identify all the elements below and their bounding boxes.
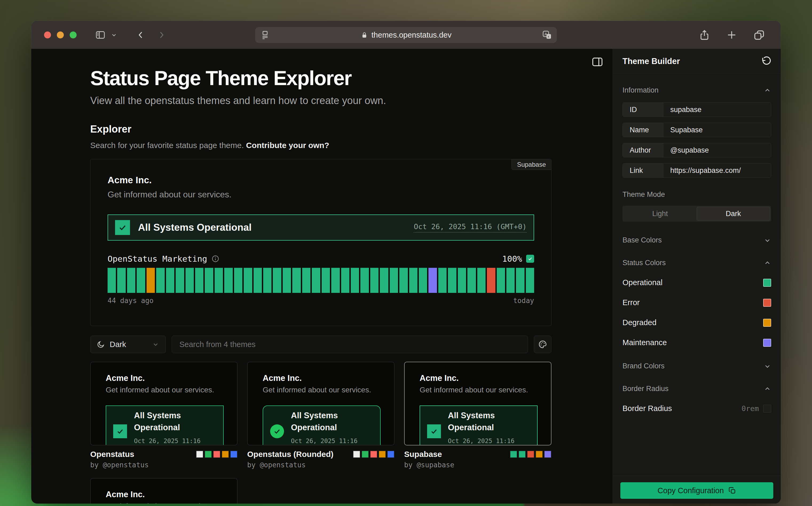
translate-icon[interactable]: A x <box>542 30 552 40</box>
field-value-input[interactable]: https://supabase.com/ <box>663 164 771 177</box>
card-company: Acme Inc. <box>420 373 551 383</box>
theme-search-input[interactable] <box>179 340 520 349</box>
uptime-bar[interactable] <box>390 268 398 293</box>
uptime-bar[interactable] <box>147 268 155 293</box>
contribute-link[interactable]: Contribute your own? <box>246 141 329 150</box>
theme-mode-light[interactable]: Light <box>623 207 697 221</box>
theme-card-openstatus[interactable]: Acme Inc. Get informed about our service… <box>90 362 237 445</box>
uptime-bar[interactable] <box>234 268 242 293</box>
theme-color-swatch <box>361 450 369 458</box>
svg-text:x: x <box>548 35 549 38</box>
theme-name[interactable]: Openstatus (Rounded) <box>247 450 334 459</box>
sidebar-menu-chevron[interactable] <box>111 32 117 38</box>
uptime-bar[interactable] <box>331 268 340 293</box>
uptime-bar[interactable] <box>438 268 447 293</box>
uptime-bar[interactable] <box>195 268 203 293</box>
uptime-bar[interactable] <box>526 268 534 293</box>
field-row-link: Link https://supabase.com/ <box>622 163 771 178</box>
section-brand-colors[interactable]: Brand Colors <box>622 362 771 370</box>
uptime-bar[interactable] <box>273 268 281 293</box>
uptime-bar[interactable] <box>312 268 320 293</box>
section-base-colors[interactable]: Base Colors <box>622 236 771 244</box>
address-bar[interactable]: themes.openstatus.dev A x <box>255 27 557 43</box>
section-label: Information <box>622 86 659 94</box>
uptime-bar[interactable] <box>263 268 272 293</box>
uptime-bar[interactable] <box>341 268 349 293</box>
theme-card-partial[interactable]: Acme Inc. Get informed about our service… <box>90 478 237 504</box>
forward-button[interactable] <box>157 29 166 41</box>
tab-overview-button[interactable] <box>753 29 765 41</box>
reader-view-icon[interactable] <box>260 30 270 40</box>
uptime-bar[interactable] <box>370 268 378 293</box>
uptime-bar[interactable] <box>244 268 252 293</box>
uptime-bar[interactable] <box>253 268 262 293</box>
uptime-bar[interactable] <box>215 268 223 293</box>
uptime-bar[interactable] <box>224 268 232 293</box>
uptime-bar[interactable] <box>467 268 476 293</box>
uptime-bar[interactable] <box>458 268 466 293</box>
uptime-bar[interactable] <box>477 268 486 293</box>
uptime-bar[interactable] <box>428 268 437 293</box>
reset-theme-button[interactable] <box>760 56 771 67</box>
close-window-button[interactable] <box>44 31 51 38</box>
section-border-radius[interactable]: Border Radius <box>622 385 771 393</box>
uptime-bar[interactable] <box>137 268 145 293</box>
uptime-bar[interactable] <box>292 268 301 293</box>
border-radius-input[interactable] <box>763 405 771 413</box>
theme-name[interactable]: Supabase <box>404 450 442 459</box>
uptime-bar[interactable] <box>283 268 291 293</box>
color-picker-swatch[interactable] <box>763 299 771 307</box>
uptime-bar[interactable] <box>156 268 164 293</box>
theme-name[interactable]: Openstatus <box>90 450 134 459</box>
uptime-bar[interactable] <box>117 268 126 293</box>
uptime-bar[interactable] <box>302 268 310 293</box>
copy-configuration-button[interactable]: Copy Configuration <box>620 482 773 499</box>
uptime-bar[interactable] <box>127 268 135 293</box>
theme-mode-select[interactable]: Dark <box>90 336 166 353</box>
info-icon[interactable] <box>211 255 219 263</box>
color-picker-swatch[interactable] <box>763 279 771 287</box>
browser-sidebar-toggle-button[interactable] <box>94 29 106 40</box>
theme-card-openstatus-rounded[interactable]: Acme Inc. Get informed about our service… <box>247 362 394 445</box>
minimize-window-button[interactable] <box>57 31 64 38</box>
uptime-bar[interactable] <box>351 268 359 293</box>
field-value-input[interactable]: @supabase <box>663 143 771 157</box>
main-content: Status Page Theme Explorer View all the … <box>31 49 613 504</box>
color-picker-swatch[interactable] <box>763 339 771 347</box>
uptime-bar[interactable] <box>487 268 495 293</box>
uptime-bar[interactable] <box>205 268 213 293</box>
new-tab-button[interactable] <box>726 29 738 41</box>
uptime-bar[interactable] <box>186 268 194 293</box>
field-value-input[interactable]: supabase <box>663 103 771 116</box>
uptime-bar[interactable] <box>419 268 427 293</box>
uptime-bar[interactable] <box>322 268 330 293</box>
status-color-maintenance: Maintenance <box>622 338 771 347</box>
theme-builder-panel-toggle[interactable] <box>591 56 603 68</box>
uptime-bar[interactable] <box>516 268 524 293</box>
theme-mode-dark[interactable]: Dark <box>697 207 770 221</box>
uptime-bar[interactable] <box>409 268 418 293</box>
uptime-bar[interactable] <box>360 268 369 293</box>
theme-card-supabase[interactable]: Acme Inc. Get informed about our service… <box>404 362 551 445</box>
uptime-bar[interactable] <box>107 268 116 293</box>
section-information[interactable]: Information <box>622 86 771 94</box>
share-button[interactable] <box>698 28 710 41</box>
uptime-bar[interactable] <box>497 268 505 293</box>
status-banner-timestamp[interactable]: Oct 26, 2025 11:16 (GMT+0) <box>414 223 527 233</box>
uptime-bar[interactable] <box>399 268 408 293</box>
uptime-bar-chart <box>107 268 534 293</box>
zoom-window-button[interactable] <box>70 31 77 38</box>
uptime-bar[interactable] <box>166 268 174 293</box>
uptime-bar[interactable] <box>448 268 456 293</box>
range-start: 44 days ago <box>107 297 153 305</box>
palette-button[interactable] <box>534 336 551 353</box>
back-button[interactable] <box>136 29 145 41</box>
uptime-bar[interactable] <box>176 268 184 293</box>
chevron-down-icon <box>152 341 159 348</box>
uptime-bar[interactable] <box>506 268 515 293</box>
section-status-colors[interactable]: Status Colors <box>622 259 771 267</box>
field-value-input[interactable]: Supabase <box>663 123 771 137</box>
chevron-right-icon <box>157 29 166 41</box>
uptime-bar[interactable] <box>380 268 388 293</box>
color-picker-swatch[interactable] <box>763 319 771 327</box>
